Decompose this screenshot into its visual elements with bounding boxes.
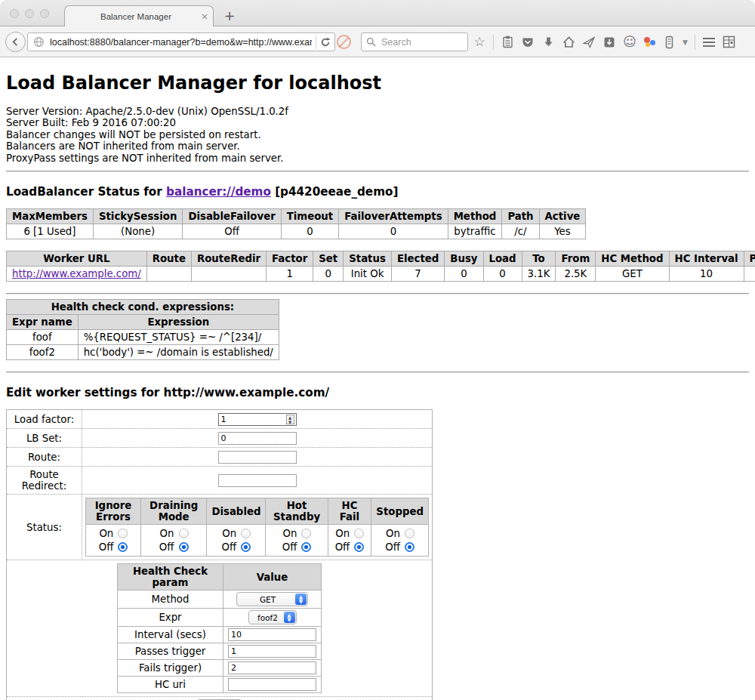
load-factor-input[interactable] (218, 413, 297, 426)
route-input[interactable] (218, 451, 297, 464)
route-redirect-input[interactable] (218, 474, 297, 487)
health-label-method: Method (118, 591, 223, 609)
radio-hc-fail-on[interactable] (354, 529, 364, 538)
blocked-content-icon[interactable] (337, 35, 351, 49)
worker-data-row: http://www.example.com/10Init Ok7003.1K2… (7, 267, 755, 282)
save-to-device-icon[interactable] (602, 35, 616, 50)
col-worker-url: Worker URL (7, 251, 147, 267)
balancer-demo-link[interactable]: balancer://demo (166, 185, 271, 199)
health-label-interval: Interval (secs) (118, 627, 223, 643)
toolbar-separator (695, 35, 695, 50)
expr-table-title: Health check cond. expressions: (7, 300, 279, 315)
pocket-icon[interactable] (521, 35, 535, 50)
page-content: Load Balancer Manager for localhost Serv… (0, 72, 755, 700)
worker-cell-4: 0 (313, 267, 344, 282)
radio-hot-standby-off[interactable] (301, 542, 311, 552)
method-select[interactable]: GET▲▼ (236, 592, 308, 606)
form-value-status: Ignore ErrorsDraining ModeDisabledHot St… (82, 495, 433, 560)
search-input[interactable] (380, 36, 463, 48)
window-controls[interactable] (10, 9, 49, 18)
minimize-window-icon[interactable] (25, 9, 34, 18)
radio-disabled-off[interactable] (241, 542, 251, 552)
zoom-window-icon[interactable] (40, 9, 49, 18)
search-bar[interactable] (361, 32, 468, 51)
health-row-expr: Exprfoof2▲▼ (118, 609, 322, 627)
lb-set-input[interactable] (218, 432, 297, 445)
chevron-down-icon[interactable]: ▼ (683, 39, 688, 46)
expr-header-row: Expr name Expression (7, 315, 279, 330)
colored-dots-icon[interactable] (643, 36, 655, 48)
balancer-status-heading: LoadBalancer Status for balancer://demo … (6, 185, 749, 199)
expr-row: foof2hc('body') =~ /domain is establishe… (7, 345, 279, 360)
search-icon (366, 37, 376, 47)
radio-hc-fail-off[interactable] (354, 542, 364, 552)
radio-stopped-on[interactable] (405, 529, 414, 538)
load-factor-stepper[interactable]: ▲▼ (218, 413, 297, 426)
url-text[interactable]: localhost:8880/balancer-manager?b=demo&w… (50, 37, 312, 48)
balancer-data-row: 6 [1 Used](None)Off00bytraffic/c/Yes (7, 224, 586, 239)
download-arrow-icon[interactable] (541, 35, 555, 50)
form-row-route: Route: (7, 448, 433, 467)
worker-url-link[interactable]: http://www.example.com/ (12, 268, 141, 279)
col-status: Status (344, 251, 392, 267)
col-load: Load (483, 251, 522, 267)
status-col-hot-standby: Hot Standby (266, 498, 328, 525)
edit-worker-heading: Edit worker settings for http://www.exam… (6, 386, 749, 399)
col-factor: Factor (267, 251, 313, 267)
back-arrow-icon (11, 37, 20, 47)
health-params-table: Health Check paramValueMethodGET▲▼Exprfo… (117, 563, 322, 693)
hc-uri-input[interactable] (228, 678, 316, 691)
tab-balancer-manager[interactable]: Balancer Manager × (64, 5, 214, 26)
reload-icon[interactable] (320, 37, 331, 48)
reader-grid-icon[interactable] (723, 35, 736, 50)
radio-disabled-on[interactable] (241, 529, 251, 538)
tab-close-icon[interactable]: × (196, 11, 213, 22)
radio-stopped-off[interactable] (405, 542, 414, 552)
col-disablefailover: DisableFailover (183, 209, 281, 224)
notice-line: Balancer changes will NOT be persisted o… (6, 129, 749, 140)
form-label-route: Route: (7, 448, 82, 467)
expr-select[interactable]: foof2▲▼ (248, 610, 297, 624)
health-value-interval (223, 627, 322, 643)
clipboard-icon[interactable] (501, 35, 514, 50)
send-plane-icon[interactable] (582, 35, 596, 50)
heading-prefix: LoadBalancer Status for (6, 185, 166, 199)
radio-ignore-errors-on[interactable] (118, 529, 128, 538)
radio-ignore-errors-off[interactable] (118, 542, 128, 552)
close-window-icon[interactable] (10, 9, 19, 18)
radio-hot-standby-on[interactable] (301, 529, 311, 538)
passes-input[interactable] (228, 645, 316, 658)
smiley-chat-icon[interactable]: ☺ (623, 35, 636, 50)
expr-name: foof2 (7, 345, 79, 360)
back-button[interactable] (5, 32, 26, 52)
home-icon[interactable] (562, 35, 575, 50)
interval-input[interactable] (228, 628, 316, 641)
url-bar[interactable]: localhost:8880/balancer-manager?b=demo&w… (27, 32, 335, 51)
page-title: Load Balancer Manager for localhost (6, 72, 749, 94)
spinner-icon[interactable]: ▲▼ (286, 415, 294, 424)
new-tab-button[interactable]: + (221, 8, 238, 23)
health-row-fails: Fails trigger) (118, 660, 322, 677)
col-timeout: Timeout (281, 209, 338, 224)
fails-input[interactable] (228, 661, 316, 674)
balancer-cell-4: 0 (339, 224, 448, 239)
balancer-cell-2: Off (183, 224, 281, 239)
form-label-load-factor: Load factor: (7, 410, 82, 429)
menu-hamburger-icon[interactable] (702, 35, 716, 50)
radio-draining-mode-off[interactable] (179, 542, 189, 552)
urlbar-separator (316, 35, 316, 49)
col-set: Set (313, 251, 344, 267)
health-expressions-table: Health check cond. expressions: Expr nam… (6, 299, 279, 360)
status-cell-draining-mode: OnOff (141, 525, 207, 557)
health-value-passes (223, 643, 322, 660)
container-list-icon[interactable] (662, 35, 676, 50)
status-col-stopped: Stopped (371, 498, 429, 525)
bookmark-star-icon[interactable]: ☆ (473, 35, 486, 50)
col-hc-interval: HC Interval (669, 251, 744, 267)
col-hc-method: HC Method (596, 251, 669, 267)
radio-draining-mode-on[interactable] (179, 529, 189, 538)
balancer-status-table: MaxMembersStickySessionDisableFailoverTi… (6, 208, 586, 239)
health-container: Health Check paramValueMethodGET▲▼Exprfo… (7, 560, 433, 697)
health-label-passes: Passes trigger (118, 643, 223, 660)
status-header-row: Ignore ErrorsDraining ModeDisabledHot St… (86, 498, 429, 525)
